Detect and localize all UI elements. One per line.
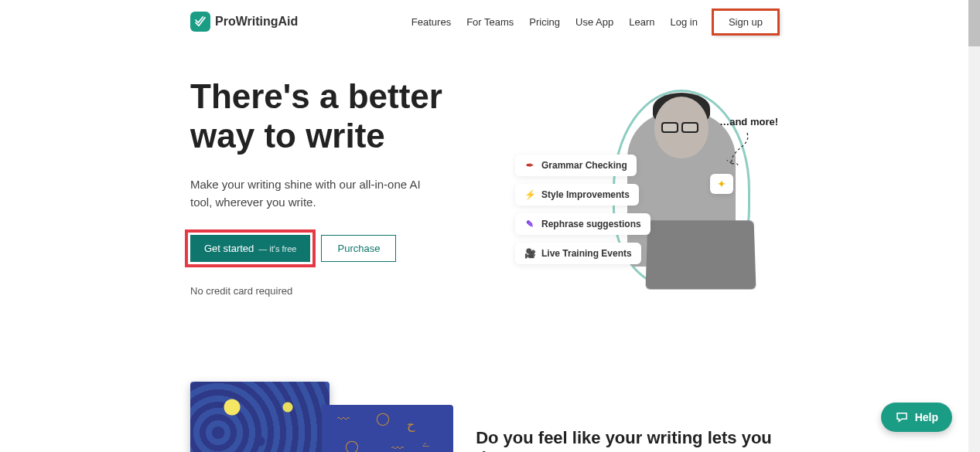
section2-title: Do you feel like your writing lets you d… (476, 428, 778, 452)
nav-use-app[interactable]: Use App (575, 16, 613, 28)
nav-learn[interactable]: Learn (629, 16, 654, 28)
wand-icon: ✎ (524, 219, 535, 229)
nav-for-teams[interactable]: For Teams (466, 16, 514, 28)
pill-style: ⚡ Style Improvements (515, 184, 639, 206)
hero-section: There's a better way to write Make your … (190, 77, 778, 297)
chat-icon (895, 410, 909, 424)
nav-login[interactable]: Log in (670, 16, 697, 28)
pill-live: 🎥 Live Training Events (515, 243, 641, 264)
get-started-sub: — it's free (258, 244, 296, 253)
arrow-squiggle-icon (724, 131, 755, 178)
hero-left: There's a better way to write Make your … (190, 77, 515, 297)
brand-logo-icon (190, 12, 210, 32)
laptop-illustration (646, 220, 756, 289)
feature-pills: ✒ Grammar Checking ⚡ Style Improvements … (515, 155, 650, 264)
help-widget-button[interactable]: Help (881, 403, 952, 432)
art-illustration: 〰 ◯ ح ◯ 〰 ے (190, 382, 414, 452)
pill-style-label: Style Improvements (541, 189, 630, 200)
pill-grammar: ✒ Grammar Checking (515, 155, 637, 176)
pill-grammar-label: Grammar Checking (541, 160, 627, 171)
blank-canvas: 〰 ◯ ح ◯ 〰 ے (322, 405, 453, 452)
and-more-label: …and more! (719, 116, 778, 127)
starry-night-image (190, 382, 330, 452)
nav-pricing[interactable]: Pricing (529, 16, 560, 28)
brand[interactable]: ProWritingAid (190, 12, 298, 32)
bolt-icon: ⚡ (524, 189, 535, 200)
pill-rephrase: ✎ Rephrase suggestions (515, 213, 650, 235)
hero-illustration: ✦ …and more! ✒ Grammar Checking ⚡ Style … (531, 77, 778, 297)
pen-icon: ✒ (524, 160, 535, 171)
purchase-button[interactable]: Purchase (321, 235, 396, 262)
top-nav: ProWritingAid Features For Teams Pricing… (190, 5, 778, 39)
hero-subtitle: Make your writing shine with our all-in-… (190, 175, 438, 212)
hero-title: There's a better way to write (190, 77, 515, 155)
nav-features[interactable]: Features (411, 16, 451, 28)
scrollbar-track[interactable] (968, 0, 980, 452)
brand-name: ProWritingAid (215, 15, 298, 29)
signup-button[interactable]: Sign up (713, 10, 778, 34)
camera-icon: 🎥 (524, 248, 535, 259)
section-2: 〰 ◯ ح ◯ 〰 ے Do you feel like your writin… (190, 382, 778, 452)
nav-right: Features For Teams Pricing Use App Learn… (411, 10, 778, 34)
get-started-label: Get started (204, 243, 254, 254)
cta-row: Get started — it's free Purchase (190, 235, 515, 262)
no-card-note: No credit card required (190, 285, 515, 297)
help-label: Help (915, 411, 938, 423)
get-started-button[interactable]: Get started — it's free (190, 235, 310, 262)
scrollbar-thumb[interactable] (968, 0, 980, 46)
pill-live-label: Live Training Events (541, 248, 632, 259)
pill-rephrase-label: Rephrase suggestions (541, 219, 641, 229)
